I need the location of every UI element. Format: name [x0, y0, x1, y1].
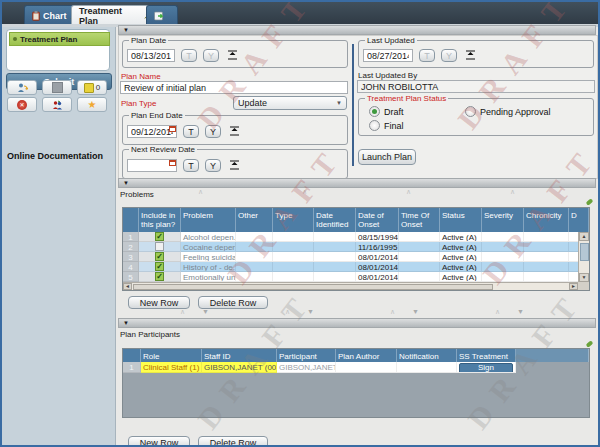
time-of-onset-cell[interactable]: [399, 252, 440, 262]
calendar-icon[interactable]: [169, 126, 176, 132]
plan-date-input[interactable]: [127, 49, 175, 62]
col-status[interactable]: Status: [440, 208, 482, 232]
include-checkbox[interactable]: ✓: [155, 242, 164, 251]
include-checkbox[interactable]: ✓: [155, 262, 164, 271]
col-rownum[interactable]: [123, 208, 139, 232]
problem-cell[interactable]: Emotionally un...: [181, 272, 236, 282]
calendar-icon[interactable]: [169, 160, 176, 166]
chronicity-cell[interactable]: [524, 252, 569, 262]
chronicity-cell[interactable]: [524, 232, 569, 242]
online-documentation-link[interactable]: Online Documentation: [7, 151, 111, 161]
problems-row[interactable]: 2 ✓ Cocaine depen... 11/16/1995 Active (…: [123, 242, 579, 252]
severity-cell[interactable]: [482, 252, 524, 262]
sidebar-item-treatment-plan[interactable]: Treatment Plan: [9, 32, 110, 46]
participants-new-row-button[interactable]: New Row: [128, 436, 190, 447]
participants-row[interactable]: 1 Clinical Staff (1) GIBSON,JANET (0000.…: [123, 362, 516, 373]
client-lookup-button[interactable]: [7, 80, 37, 95]
col-notification[interactable]: Notification: [397, 349, 457, 362]
status-option-pending[interactable]: Pending Approval: [465, 106, 551, 117]
include-checkbox[interactable]: ✓: [155, 232, 164, 241]
plan-type-dropdown[interactable]: Update ▼: [233, 96, 347, 110]
next-review-date-t-button[interactable]: T: [183, 159, 199, 172]
vertical-scrollbar[interactable]: ▲ ▼: [578, 232, 589, 282]
problem-cell[interactable]: History of - de...: [181, 262, 236, 272]
col-date-identified[interactable]: Date Identified: [314, 208, 356, 232]
status-cell[interactable]: Active (A): [440, 232, 482, 242]
sign-button[interactable]: Sign: [459, 363, 513, 373]
scroll-left-button[interactable]: ◄: [123, 283, 132, 290]
notification-cell[interactable]: [397, 362, 457, 373]
include-checkbox[interactable]: ✓: [155, 272, 164, 281]
date-spinner-icon[interactable]: [465, 48, 476, 62]
date-of-onset-cell[interactable]: 08/01/2014: [356, 262, 399, 272]
col-severity[interactable]: Severity: [482, 208, 524, 232]
other-cell[interactable]: [236, 252, 273, 262]
time-of-onset-cell[interactable]: [399, 242, 440, 252]
plan-end-date-y-button[interactable]: Y: [205, 125, 221, 138]
participants-delete-row-button[interactable]: Delete Row: [198, 436, 268, 447]
time-of-onset-cell[interactable]: [399, 262, 440, 272]
scroll-right-button[interactable]: ►: [569, 283, 578, 290]
status-cell[interactable]: Active (A): [440, 242, 482, 252]
include-checkbox[interactable]: ✓: [155, 252, 164, 261]
radio-icon[interactable]: [369, 120, 380, 131]
col-role[interactable]: Role: [141, 349, 202, 362]
group-button[interactable]: [42, 97, 72, 112]
vertical-scroll-thumb[interactable]: [580, 243, 589, 261]
date-identified-cell[interactable]: [314, 262, 356, 272]
col-time-of-onset[interactable]: Time Of Onset: [399, 208, 440, 232]
type-cell[interactable]: [273, 272, 314, 282]
horizontal-scrollbar[interactable]: ◄ ►: [123, 282, 578, 290]
type-cell[interactable]: [273, 252, 314, 262]
date-of-onset-cell[interactable]: 08/01/2014: [356, 272, 399, 282]
problems-row[interactable]: 5 ✓ Emotionally un... 08/01/2014 Active …: [123, 272, 579, 282]
problems-section-header[interactable]: ▼: [118, 178, 596, 188]
date-identified-cell[interactable]: [314, 232, 356, 242]
date-spinner-icon[interactable]: [227, 48, 238, 62]
date-of-onset-cell[interactable]: 08/01/2014: [356, 252, 399, 262]
problem-cell[interactable]: Cocaine depen...: [181, 242, 236, 252]
other-cell[interactable]: [236, 272, 273, 282]
plan-author-cell[interactable]: [336, 362, 397, 373]
problems-row[interactable]: 3 ✓ Feeling suicidal... 08/01/2014 Activ…: [123, 252, 579, 262]
participant-name-cell[interactable]: GIBSON,JANET: [277, 362, 336, 373]
severity-cell[interactable]: [482, 272, 524, 282]
problem-cell[interactable]: Alcohol depen...: [181, 232, 236, 242]
form-section-header[interactable]: ▼: [118, 25, 596, 35]
next-review-date-y-button[interactable]: Y: [205, 159, 221, 172]
severity-cell[interactable]: [482, 242, 524, 252]
radio-selected-icon[interactable]: [369, 106, 380, 117]
date-of-onset-cell[interactable]: 11/16/1995: [356, 242, 399, 252]
status-cell[interactable]: Active (A): [440, 262, 482, 272]
radio-icon[interactable]: [465, 106, 476, 117]
staff-id-cell[interactable]: GIBSON,JANET (0000...: [202, 362, 277, 373]
col-type[interactable]: Type: [273, 208, 314, 232]
type-cell[interactable]: [273, 232, 314, 242]
collapse-icon[interactable]: ▼: [123, 180, 129, 186]
col-rownum[interactable]: [123, 349, 141, 362]
date-spinner-icon[interactable]: [229, 158, 240, 172]
date-identified-cell[interactable]: [314, 242, 356, 252]
notes-button[interactable]: 0: [77, 80, 107, 95]
type-cell[interactable]: [273, 242, 314, 252]
horizontal-scroll-thumb[interactable]: [133, 284, 493, 290]
plan-end-date-t-button[interactable]: T: [183, 125, 199, 138]
col-chronicity[interactable]: Chronicity: [524, 208, 569, 232]
problems-row[interactable]: 1 ✓ Alcohol depen... 08/15/1994 Active (…: [123, 232, 579, 242]
col-date-of-onset[interactable]: Date of Onset: [356, 208, 399, 232]
col-other[interactable]: Other: [236, 208, 273, 232]
collapse-icon[interactable]: ▼: [123, 27, 129, 33]
launch-plan-button[interactable]: Launch Plan: [358, 149, 416, 165]
plan-name-input[interactable]: [120, 81, 348, 94]
date-of-onset-cell[interactable]: 08/15/1994: [356, 232, 399, 242]
severity-cell[interactable]: [482, 232, 524, 242]
col-ss-treatment[interactable]: SS Treatment: [457, 349, 516, 362]
col-include[interactable]: Include in this plan?: [139, 208, 181, 232]
role-cell[interactable]: Clinical Staff (1): [141, 362, 202, 373]
other-cell[interactable]: [236, 262, 273, 272]
status-option-final[interactable]: Final: [369, 120, 404, 131]
col-plan-author[interactable]: Plan Author: [336, 349, 397, 362]
chronicity-cell[interactable]: [524, 262, 569, 272]
status-cell[interactable]: Active (A): [440, 252, 482, 262]
chronicity-cell[interactable]: [524, 242, 569, 252]
